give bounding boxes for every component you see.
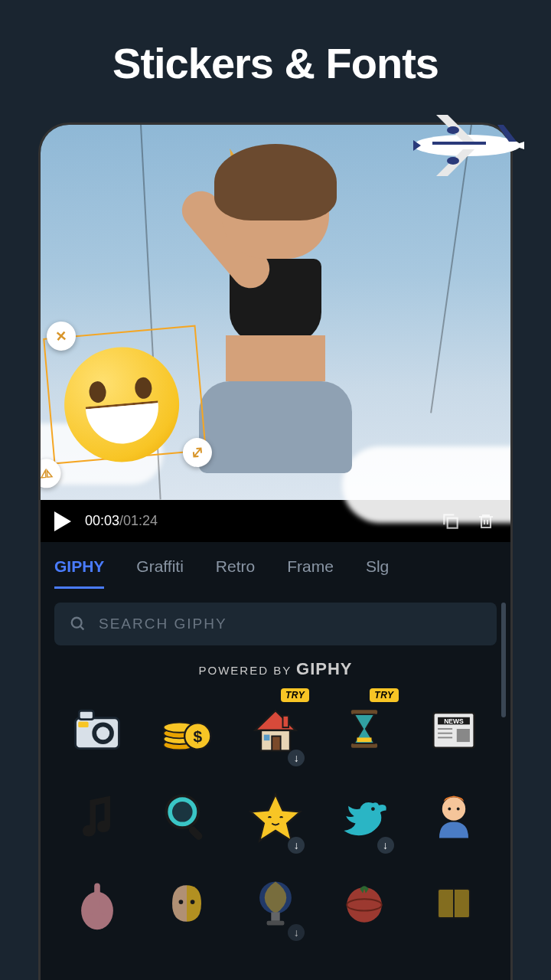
search-input[interactable]: [99, 616, 481, 632]
hero-title: Stickers & Fonts: [0, 0, 551, 111]
tab-frame[interactable]: Frame: [287, 557, 334, 589]
sticker-bird[interactable]: ↓: [324, 780, 404, 852]
svg-point-43: [190, 900, 194, 904]
svg-point-3: [447, 157, 459, 165]
download-icon: ↓: [288, 837, 305, 854]
svg-point-37: [457, 808, 460, 811]
svg-point-42: [178, 900, 183, 904]
airplane-sticker: [406, 103, 528, 180]
svg-point-36: [448, 808, 451, 811]
svg-point-35: [442, 797, 465, 820]
tab-slg[interactable]: Slg: [366, 557, 389, 589]
play-button[interactable]: [54, 511, 71, 531]
try-badge: TRY: [281, 688, 309, 702]
download-icon: ↓: [288, 924, 305, 941]
tab-giphy[interactable]: GIPHY: [54, 557, 104, 589]
powered-by-label: POWERED BY GIPHY: [54, 645, 497, 690]
svg-rect-19: [272, 737, 280, 751]
sticker-resize-handle[interactable]: [181, 436, 213, 468]
sticker-grid: $ TRY ↓ TRY NEWS ↓: [54, 690, 497, 939]
sticker-panel: POWERED BY GIPHY $ TRY ↓ TRY NEWS: [41, 589, 510, 980]
download-icon: ↓: [288, 750, 305, 766]
try-badge: TRY: [370, 688, 398, 702]
sticker-star[interactable]: ↓: [236, 780, 315, 852]
sticker-person-avatar[interactable]: [414, 780, 494, 852]
scrollbar[interactable]: [501, 603, 506, 717]
sticker-music-note[interactable]: [57, 780, 137, 852]
sticker-coins[interactable]: $: [146, 693, 226, 765]
search-bar[interactable]: [54, 603, 497, 645]
sticker-camera[interactable]: [57, 693, 137, 765]
svg-rect-1: [432, 142, 486, 145]
svg-rect-41: [101, 897, 106, 915]
svg-point-47: [347, 887, 383, 923]
svg-point-10: [96, 727, 109, 740]
svg-point-5: [72, 618, 82, 628]
search-icon: [70, 616, 86, 632]
svg-rect-30: [457, 729, 470, 742]
svg-rect-11: [78, 722, 88, 728]
phone-frame: ✕ 00:03/01:24 GIPHY Graffiti Retro Frame…: [38, 122, 513, 980]
svg-rect-8: [79, 710, 93, 719]
sticker-hourglass[interactable]: TRY: [324, 693, 404, 765]
sticker-house[interactable]: TRY ↓: [236, 693, 315, 765]
sticker-tomato-globe[interactable]: [324, 867, 404, 939]
selected-sticker-overlay[interactable]: ✕: [38, 305, 227, 485]
svg-point-32: [172, 802, 193, 822]
svg-rect-40: [89, 897, 94, 915]
sticker-face-split[interactable]: [146, 867, 226, 939]
timecode: 00:03/01:24: [85, 513, 158, 529]
sticker-book[interactable]: [414, 867, 494, 939]
svg-rect-21: [282, 716, 289, 727]
tab-retro[interactable]: Retro: [216, 557, 255, 589]
svg-point-34: [371, 807, 375, 811]
svg-point-2: [447, 126, 459, 134]
svg-line-6: [80, 626, 84, 630]
sticker-shush-hand[interactable]: [57, 867, 137, 939]
video-preview[interactable]: ✕: [41, 125, 510, 500]
sticker-tabs: GIPHY Graffiti Retro Frame Slg: [41, 542, 510, 589]
sticker-newspaper[interactable]: NEWS: [414, 693, 494, 765]
svg-rect-45: [271, 912, 279, 920]
sticker-globe-lamp[interactable]: ↓: [236, 867, 315, 939]
svg-rect-39: [94, 883, 100, 908]
svg-text:$: $: [193, 727, 202, 745]
download-icon: ↓: [377, 837, 394, 854]
svg-rect-20: [264, 735, 270, 741]
sticker-magnifier[interactable]: [146, 780, 226, 852]
svg-text:NEWS: NEWS: [444, 717, 464, 725]
svg-rect-46: [267, 921, 285, 926]
tab-graffiti[interactable]: Graffiti: [136, 557, 183, 589]
